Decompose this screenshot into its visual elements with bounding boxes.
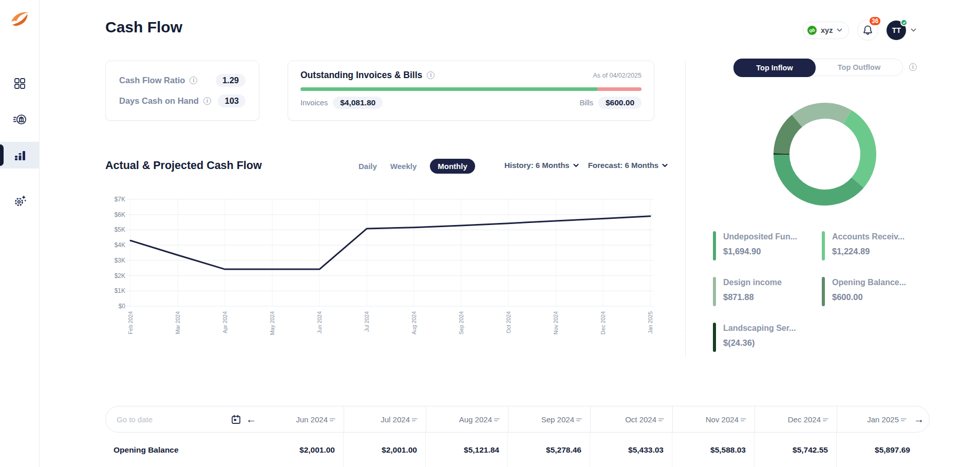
legend-label: Opening Balance... (832, 278, 906, 287)
notification-count-badge: 36 (869, 16, 881, 26)
legend-item: Undeposited Fun...$1,694.90 (713, 231, 822, 260)
bell-icon (862, 25, 873, 35)
donut-legend: Undeposited Fun...$1,694.90Accounts Rece… (713, 231, 934, 352)
column-header[interactable]: Jun 2024 (261, 406, 344, 432)
calendar-button[interactable] (231, 415, 241, 424)
legend-color-bar (713, 323, 716, 352)
as-of-date: As of 04/02/2025 (593, 72, 642, 79)
toggle-top-outflow[interactable]: Top Outflow (816, 59, 902, 76)
goto-date-input[interactable] (116, 415, 226, 424)
top-inflow-donut-chart (774, 103, 876, 206)
column-header-label: Aug 2024 (459, 415, 492, 424)
x-axis-tick: May 2024 (269, 311, 275, 335)
x-axis-tick: Dec 2024 (600, 311, 606, 334)
donut-segment (782, 155, 858, 197)
info-icon[interactable] (909, 63, 917, 71)
column-header[interactable]: Jul 2024 (344, 406, 426, 432)
avatar: TT (887, 21, 906, 40)
column-filter-icon (494, 418, 500, 422)
chevron-down-icon (837, 28, 842, 32)
notifications-button[interactable]: 36 (857, 20, 878, 41)
cash-flow-line-chart: $7K$6K$5K$4K$3K$2K$1K$0Feb 2024Mar 2024A… (103, 193, 657, 343)
x-axis-tick: Apr 2024 (222, 311, 228, 333)
invoices-bills-progress-bar (300, 87, 642, 91)
column-header-label: Nov 2024 (706, 415, 739, 424)
x-axis-tick: Oct 2024 (505, 311, 512, 333)
sidebar-item-banking[interactable] (0, 106, 40, 133)
vertical-divider (685, 62, 686, 357)
column-header-label: Jan 2025 (867, 415, 899, 424)
page-title: Cash Flow (105, 18, 182, 36)
quickbooks-icon: qb (807, 26, 817, 35)
range-controls: History: 6 Months Forecast: 6 Months (504, 161, 668, 170)
sidebar-item-cash-flow[interactable] (0, 142, 40, 169)
history-dropdown[interactable]: History: 6 Months (504, 161, 579, 170)
org-name: xyz (821, 26, 833, 34)
x-axis-tick: Nov 2024 (553, 311, 559, 334)
column-header-label: Jun 2024 (296, 415, 328, 424)
column-filter-icon (901, 418, 907, 422)
legend-value: $1,224.89 (832, 247, 904, 256)
donut-segment (782, 121, 797, 153)
column-header[interactable]: Sep 2024 (508, 406, 590, 432)
column-header[interactable]: Jan 2025→ (837, 406, 930, 432)
legend-label: Undeposited Fun... (723, 232, 797, 241)
calendar-icon (231, 415, 241, 424)
legend-label: Design income (723, 278, 782, 287)
info-icon[interactable] (427, 71, 435, 79)
kpi-row-cash-flow-ratio: Cash Flow Ratio 1.29 (119, 74, 246, 87)
column-header[interactable]: Oct 2024 (590, 406, 672, 432)
org-switcher[interactable]: qb xyz (803, 22, 849, 39)
bank-icon (13, 114, 27, 125)
table-cell: $5,433.03 (590, 433, 672, 467)
header-actions: qb xyz 36 TT (803, 20, 916, 41)
arrow-left-icon: ← (246, 414, 256, 424)
table-cell: $2,001.00 (343, 433, 425, 467)
column-filter-icon (412, 418, 418, 422)
y-axis-tick: $6K (115, 211, 125, 218)
outstanding-invoices-bills-card: Outstanding Invoices & Bills As of 04/02… (288, 61, 654, 121)
table-cell: $5,742.55 (754, 433, 836, 467)
verified-check-icon (900, 19, 908, 26)
sidebar-item-dashboard[interactable] (0, 70, 40, 97)
period-tabs: Daily Weekly Monthly (359, 159, 475, 174)
info-icon[interactable] (203, 97, 211, 105)
cash-flow-table-header: ← Jun 2024Jul 2024Aug 2024Sep 2024Oct 20… (105, 406, 930, 433)
tab-weekly[interactable]: Weekly (390, 162, 417, 171)
tab-monthly[interactable]: Monthly (430, 159, 475, 174)
forecast-dropdown[interactable]: Forecast: 6 Months (588, 161, 668, 170)
legend-value: $1,694.90 (723, 247, 797, 256)
column-filter-icon (823, 418, 828, 422)
bar-chart-icon (14, 149, 26, 161)
info-icon[interactable] (190, 77, 197, 84)
inflow-outflow-toggle: Top Inflow Top Outflow (733, 59, 903, 76)
invoices-group: Invoices $4,081.80 (300, 97, 383, 109)
y-axis-tick: $5K (115, 226, 125, 233)
x-axis-tick: Jul 2024 (364, 311, 370, 332)
invoices-progress (300, 87, 597, 91)
table-row-opening-balance: Opening Balance $2,001.00$2,001.00$5,121… (105, 433, 930, 467)
column-header[interactable]: Aug 2024 (426, 406, 508, 432)
kpi-value: 1.29 (216, 74, 246, 87)
kpi-card: Cash Flow Ratio 1.29 Days Cash on Hand 1… (105, 61, 259, 121)
y-axis-tick: $1K (115, 287, 125, 294)
bills-label: Bills (579, 99, 593, 107)
next-months-button[interactable]: → (914, 414, 924, 424)
user-menu[interactable]: TT (887, 21, 916, 40)
kpi-value: 103 (218, 95, 246, 107)
section-title: Actual & Projected Cash Flow (105, 159, 262, 172)
previous-months-button[interactable]: ← (246, 414, 256, 424)
gear-sparkle-icon (13, 195, 27, 208)
tab-daily[interactable]: Daily (359, 162, 377, 171)
kpi-label: Cash Flow Ratio (119, 76, 185, 85)
sidebar-item-settings[interactable] (0, 188, 40, 215)
y-axis-tick: $7K (115, 196, 125, 203)
column-header-label: Dec 2024 (788, 415, 821, 424)
legend-color-bar (822, 277, 825, 306)
column-header[interactable]: Nov 2024 (672, 406, 755, 432)
column-header[interactable]: Dec 2024 (755, 406, 837, 432)
x-axis-tick: Aug 2024 (411, 311, 417, 334)
toggle-top-inflow[interactable]: Top Inflow (733, 59, 816, 77)
bills-group: Bills $600.00 (579, 97, 642, 109)
column-header-label: Oct 2024 (625, 415, 656, 424)
